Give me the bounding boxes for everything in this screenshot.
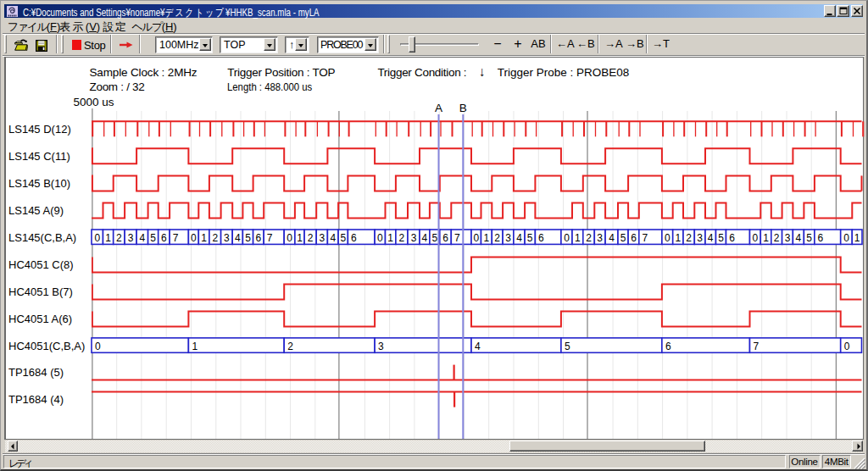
svg-text:4: 4 [422, 232, 428, 244]
svg-text:5: 5 [431, 232, 437, 244]
svg-text:1: 1 [105, 232, 111, 244]
svg-text:6: 6 [161, 232, 167, 244]
svg-text:0: 0 [844, 341, 850, 352]
svg-text:TP1684 (5): TP1684 (5) [8, 366, 64, 379]
svg-text:1: 1 [854, 232, 860, 244]
svg-text:3: 3 [378, 341, 384, 352]
svg-text:0: 0 [377, 232, 383, 244]
svg-text:1: 1 [201, 232, 207, 244]
svg-text:7: 7 [642, 232, 648, 244]
svg-text:TP1684 (4): TP1684 (4) [8, 393, 64, 406]
svg-text:0: 0 [665, 232, 670, 244]
svg-text:4: 4 [516, 232, 522, 244]
svg-text:5: 5 [245, 232, 251, 244]
svg-text:0: 0 [843, 232, 849, 244]
svg-text:5: 5 [620, 232, 626, 244]
svg-text:2: 2 [774, 232, 780, 244]
svg-text:HC4051(C,B,A): HC4051(C,B,A) [8, 340, 85, 352]
svg-text:0: 0 [94, 232, 100, 244]
svg-text:5: 5 [340, 232, 346, 244]
svg-text:7: 7 [754, 341, 760, 352]
svg-text:HC4051 B(7): HC4051 B(7) [8, 285, 73, 298]
svg-text:4: 4 [330, 232, 336, 244]
svg-text:2: 2 [212, 232, 218, 244]
svg-text:1: 1 [387, 232, 393, 244]
svg-text:LS145(C,B,A): LS145(C,B,A) [8, 231, 76, 244]
svg-text:3: 3 [697, 232, 703, 244]
svg-text:3: 3 [505, 232, 511, 244]
svg-text:3: 3 [597, 232, 603, 244]
svg-text:A: A [435, 102, 442, 114]
svg-text:6: 6 [631, 232, 637, 244]
svg-text:LS145 B(10): LS145 B(10) [8, 177, 70, 190]
svg-text:0: 0 [95, 341, 101, 352]
svg-text:HC4051 C(8): HC4051 C(8) [8, 258, 74, 271]
svg-text:0: 0 [287, 232, 292, 244]
svg-text:2: 2 [494, 232, 500, 244]
svg-text:4: 4 [609, 232, 615, 244]
svg-text:5: 5 [527, 232, 533, 244]
svg-text:6: 6 [538, 232, 544, 244]
svg-text:2: 2 [287, 341, 293, 352]
svg-text:4: 4 [475, 341, 481, 352]
svg-text:1: 1 [763, 232, 769, 244]
svg-text:5: 5 [150, 232, 156, 244]
svg-text:0: 0 [564, 232, 570, 244]
svg-text:6: 6 [729, 232, 735, 244]
svg-text:0: 0 [473, 232, 479, 244]
svg-text:4: 4 [796, 232, 802, 244]
svg-text:2: 2 [308, 232, 314, 244]
svg-text:6: 6 [665, 341, 671, 352]
svg-text:1: 1 [575, 232, 581, 244]
svg-text:LS145 A(9): LS145 A(9) [8, 204, 64, 217]
svg-text:3: 3 [411, 232, 417, 244]
svg-text:2: 2 [399, 232, 405, 244]
svg-text:6: 6 [351, 232, 357, 244]
svg-text:7: 7 [267, 232, 273, 244]
svg-text:5: 5 [565, 341, 570, 352]
svg-text:2: 2 [686, 232, 692, 244]
svg-text:4: 4 [708, 232, 714, 244]
svg-text:4: 4 [235, 232, 241, 244]
svg-text:1: 1 [484, 232, 490, 244]
svg-text:3: 3 [319, 232, 325, 244]
svg-text:B: B [459, 102, 467, 114]
svg-text:1: 1 [192, 341, 198, 352]
svg-text:3: 3 [224, 232, 230, 244]
svg-text:6: 6 [256, 232, 262, 244]
svg-text:1: 1 [297, 232, 303, 244]
svg-text:3: 3 [128, 232, 134, 244]
svg-text:0: 0 [753, 232, 759, 244]
svg-text:7: 7 [173, 232, 179, 244]
svg-text:4: 4 [139, 232, 145, 244]
svg-text:HC4051 A(6): HC4051 A(6) [8, 313, 72, 325]
svg-text:LS145 C(11): LS145 C(11) [8, 150, 70, 163]
svg-text:2: 2 [586, 232, 592, 244]
svg-text:1: 1 [676, 232, 682, 244]
svg-text:LS145 D(12): LS145 D(12) [8, 123, 71, 136]
svg-text:0: 0 [191, 232, 197, 244]
svg-text:6: 6 [442, 232, 448, 244]
svg-text:5: 5 [718, 232, 724, 244]
svg-text:2: 2 [116, 232, 122, 244]
svg-text:7: 7 [454, 232, 460, 244]
svg-text:5: 5 [806, 232, 812, 244]
svg-text:6: 6 [818, 232, 824, 244]
svg-text:3: 3 [785, 232, 791, 244]
